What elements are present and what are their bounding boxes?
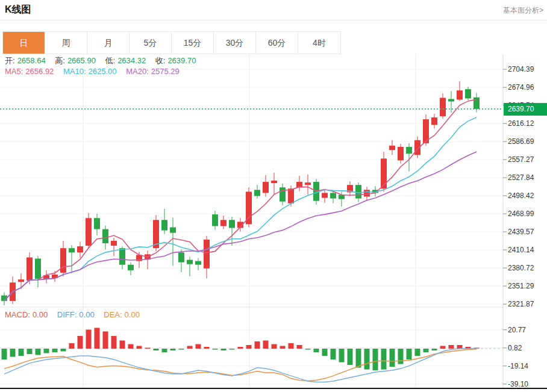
period-tab-bar: 日周月5分15分30分60分4时 <box>2 31 341 54</box>
axis-tick-label: 2674.96 <box>508 83 534 92</box>
diff-line <box>4 349 477 382</box>
current-price-tag: 2639.70 <box>504 103 547 116</box>
ma5-value: 2656.92 <box>25 67 54 76</box>
close-value: 2639.70 <box>167 56 196 65</box>
axis-tick-label: -19.14 <box>508 362 528 370</box>
macd-label: MACD: <box>5 310 30 319</box>
ma10-line <box>4 117 477 301</box>
axis-tick-label: 2439.57 <box>508 228 534 236</box>
ma-bar: MA5:2656.92 MA10:2625.00 MA20:2575.29 <box>5 67 182 76</box>
axis-tick-label: 20.77 <box>508 326 526 334</box>
axis-tick-label: -39.10 <box>508 380 528 388</box>
low-value: 2634.32 <box>117 56 146 65</box>
open-label: 开: <box>5 56 15 65</box>
tab-period-2[interactable]: 月 <box>87 32 130 54</box>
diff-label: DIFF: <box>57 310 77 319</box>
diff-value: 0.00 <box>79 310 94 319</box>
dea-value: 0.00 <box>125 310 140 319</box>
axis-tick-label: 2616.12 <box>508 119 534 128</box>
kline-chart-canvas[interactable]: 2704.392674.962645.542616.122586.692557.… <box>0 54 547 392</box>
dea-label: DEA: <box>104 310 122 319</box>
ma10-label: MA10: <box>63 67 86 76</box>
ma5-label: MA5: <box>5 67 23 76</box>
page-title: K线图 <box>5 4 31 16</box>
chart-area: 2704.392674.962645.542616.122586.692557.… <box>0 54 547 392</box>
close-label: 收: <box>155 56 166 65</box>
tab-period-6[interactable]: 60分 <box>256 32 298 54</box>
header-divider <box>0 20 547 20</box>
low-label: 低: <box>105 56 116 65</box>
kline-widget: K线图 基本面分析> 日周月5分15分30分60分4时 2704.392674.… <box>0 0 547 392</box>
axis-tick-label: 2704.39 <box>508 65 534 73</box>
axis-tick-label: 2380.72 <box>508 264 534 272</box>
fundamental-analysis-link[interactable]: 基本面分析> <box>503 5 543 16</box>
high-label: 高: <box>55 56 65 65</box>
axis-tick-label: 2557.27 <box>508 155 534 164</box>
ma20-value: 2575.29 <box>151 67 180 76</box>
ma10-value: 2625.00 <box>89 67 117 76</box>
axis-tick-label: 2498.42 <box>508 191 534 200</box>
open-value: 2658.64 <box>17 56 46 65</box>
axis-tick-label: 0.82 <box>508 344 522 352</box>
macd-value: 0.00 <box>33 310 48 319</box>
macd-histogram <box>2 328 480 370</box>
axis-tick-label: 2351.29 <box>508 282 534 290</box>
dea-line <box>4 349 477 381</box>
axis-tick-label: 2527.84 <box>508 173 534 182</box>
macd-bar: MACD:0.00 DIFF:0.00 DEA:0.00 <box>5 310 142 319</box>
axis-tick-label: 2586.69 <box>508 137 534 146</box>
tab-period-4[interactable]: 15分 <box>172 32 214 54</box>
axis-tick-label: 2468.99 <box>508 210 534 218</box>
tab-period-5[interactable]: 30分 <box>214 32 256 54</box>
tab-period-3[interactable]: 5分 <box>130 32 172 54</box>
axis-tick-label: 2321.87 <box>508 300 534 308</box>
axis-tick-label: 2410.14 <box>508 246 534 254</box>
ohlc-bar: 开:2658.64 高:2665.90 低:2634.32 收:2639.70 <box>5 55 198 66</box>
tab-period-0[interactable]: 日 <box>3 32 45 54</box>
high-value: 2665.90 <box>67 56 96 65</box>
ma20-label: MA20: <box>126 67 149 76</box>
tab-period-7[interactable]: 4时 <box>298 32 340 54</box>
tab-period-1[interactable]: 周 <box>45 32 87 54</box>
